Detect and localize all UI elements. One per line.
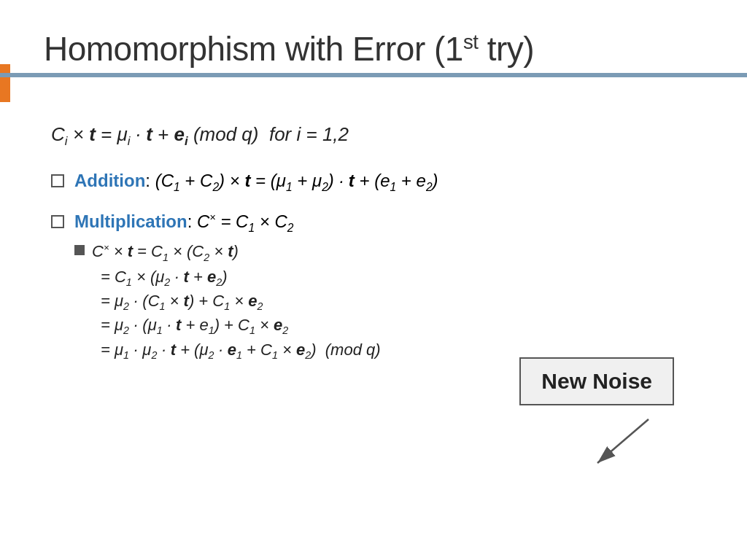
sub-bullet-1: C× × t = C1 × (C2 × t) [74, 242, 381, 263]
checkbox-small-1 [74, 245, 85, 255]
title-underline [0, 73, 747, 77]
main-formula: Ci × t = μi · t + ei (mod q) for i = 1,2 [51, 123, 703, 149]
slide: Homomorphism with Error (1st try) Ci × t… [0, 0, 747, 560]
formula-ci: Ci × t = μi · t + ei (mod q) for i = 1,2 [51, 123, 349, 145]
line-4: = μ2 · (μ1 · t + e1) + C1 × e2 [101, 316, 381, 336]
title-main: Homomorphism with Error (1 [44, 30, 463, 68]
addition-formula: (C1 + C2) × t = (μ1 + μ2) · t + (e1 + e2… [155, 171, 438, 190]
line-5: = μ1 · μ2 · t + (μ2 · e1 + C1 × e2) (mod… [101, 341, 381, 361]
addition-label: Addition [74, 171, 145, 190]
svg-line-1 [597, 419, 649, 463]
checkbox-multiplication [51, 215, 64, 228]
new-noise-label: New Noise [541, 369, 652, 393]
sub-sub-bullets: = C1 × (μ2 · t + e2) = μ2 · (C1 × t) + C… [101, 268, 381, 362]
new-noise-callout: New Noise [519, 357, 674, 405]
title-after-sup: try) [478, 30, 534, 68]
bullet-addition: Addition: (C1 + C2) × t = (μ1 + μ2) · t … [51, 171, 703, 194]
slide-title: Homomorphism with Error (1st try) [44, 22, 703, 69]
sub-formula-1: C× × t = C1 × (C2 × t) [92, 242, 239, 263]
callout-arrow [583, 416, 670, 474]
sub-bullets: C× × t = C1 × (C2 × t) = C1 × (μ2 · t + … [74, 242, 381, 365]
addition-colon: : [145, 171, 155, 190]
multiplication-colon: : [187, 211, 197, 231]
accent-bar [0, 64, 10, 102]
line-3: = μ2 · (C1 × t) + C1 × e2 [101, 292, 381, 312]
checkbox-addition [51, 174, 64, 187]
title-superscript: st [463, 31, 478, 53]
addition-content: Addition: (C1 + C2) × t = (μ1 + μ2) · t … [74, 171, 438, 194]
bullet-list: Addition: (C1 + C2) × t = (μ1 + μ2) · t … [51, 171, 703, 365]
line-2: = C1 × (μ2 · t + e2) [101, 268, 381, 288]
content-area: Ci × t = μi · t + ei (mod q) for i = 1,2… [44, 123, 703, 365]
multiplication-content: Multiplication: C× = C1 × C2 [74, 211, 294, 235]
multiplication-label: Multiplication [74, 211, 187, 231]
bullet-multiplication: Multiplication: C× = C1 × C2 C× × t = C1… [51, 211, 703, 365]
multiplication-formula: C× = C1 × C2 [197, 211, 294, 231]
